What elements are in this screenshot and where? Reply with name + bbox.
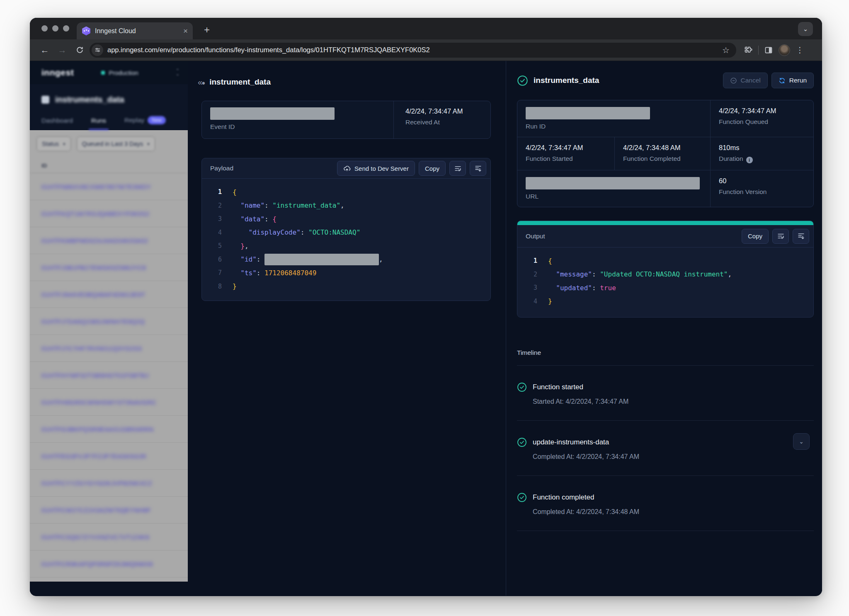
run-id-link[interactable]: 01HTFCSQG7ZYVXNZVC7VT1Z4K6	[41, 534, 149, 541]
run-id-link[interactable]: 01HTFJ7DA6Q238SJWNH7E9Q2Q	[41, 318, 145, 325]
tab-search-button[interactable]: ⌄	[798, 22, 813, 36]
run-id-link[interactable]: 01HTFJ944VE0BQ48AF4DM13E9T	[41, 291, 146, 298]
code-line: 1{	[517, 254, 813, 268]
expand-step-button[interactable]: ⌄	[793, 433, 810, 450]
minimize-window-button[interactable]	[52, 25, 58, 32]
url-text[interactable]: app.inngest.com/env/production/functions…	[107, 46, 716, 54]
tab-replay[interactable]: Replay New	[124, 116, 166, 130]
timeline-item-detail: Completed At: 4/2/2024, 7:34:47 AM	[533, 453, 814, 461]
reload-button[interactable]	[72, 43, 87, 58]
event-id-label: Event ID	[210, 123, 385, 131]
run-actions: Cancel Rerun	[723, 73, 814, 88]
run-id-link[interactable]: 01HTFJ3B1PB27EWGK5Z086JYC8	[41, 264, 146, 271]
new-tab-button[interactable]: +	[201, 24, 213, 36]
output-title: Output	[526, 233, 738, 240]
run-id-row[interactable]: 01HTFCSQG7ZYVXNZVC7VT1Z4K6	[30, 524, 188, 551]
run-id-row[interactable]: 01HTFCW27CZ2X3AZM75QEYNH8F	[30, 497, 188, 524]
back-button[interactable]: ←	[37, 43, 52, 58]
browser-tab[interactable]: Inngest Cloud ×	[77, 22, 193, 39]
extensions-icon[interactable]	[744, 46, 752, 54]
output-code[interactable]: 1{2 "message": "Updated OCTO:NASDAQ inst…	[517, 247, 813, 317]
run-id-row[interactable]: 01HTFCR9KAPQP0R6PZK3MQNMX8	[30, 551, 188, 577]
run-id-link[interactable]: 01HTFEG3FVJP7FZJP7EASKN3JR	[41, 453, 146, 460]
cancel-button[interactable]: Cancel	[723, 73, 768, 88]
output-toolbar: Output Copy	[517, 225, 813, 247]
environment-caret-icon[interactable]: ⌃⌄	[176, 69, 180, 75]
timeline-item: Function completedCompleted At: 4/2/2024…	[517, 476, 814, 531]
run-id-row[interactable]: 01HTFKMBPMD0ZAJ4AG04K03A02	[30, 227, 188, 254]
run-id-row[interactable]: 01HTFJ7C7HF7RVN011Q3YD2S3	[30, 335, 188, 362]
code-line: 8}	[202, 280, 490, 293]
run-id-link[interactable]: 01HTFCW27CZ2X3AZM75QEYNH8F	[41, 507, 151, 514]
run-id-row[interactable]: 01HTFKQT1M7RSJQABEXYF0K0S2	[30, 200, 188, 227]
run-id-row[interactable]: 01HTFEG3FVJP7FZJP7EASKN3JR	[30, 443, 188, 470]
word-wrap-button[interactable]	[449, 161, 466, 176]
chrome-menu-icon[interactable]: ⋮	[796, 45, 804, 55]
duration-value: 810ms	[719, 144, 805, 152]
run-id-link[interactable]: 01HTFN86XV8CXW87857W7E3WDY	[41, 183, 151, 190]
timeline-title: Timeline	[517, 349, 814, 357]
reload-icon	[76, 46, 84, 54]
run-id-row[interactable]: 01HTFCYYZGYGYGDKJVP82NKXCZ	[30, 470, 188, 497]
browser-toolbar: ← → app.inngest.com/env/production/funct…	[30, 39, 822, 61]
function-queued-label: Function Queued	[719, 118, 805, 126]
event-id-cell: Event ID	[202, 101, 394, 138]
run-id-row[interactable]: 01HTFJ944VE0BQ48AF4DM13E9T	[30, 281, 188, 308]
toolbar-divider	[758, 46, 759, 55]
output-success-bar	[517, 221, 813, 225]
info-icon[interactable]: i	[746, 157, 753, 163]
code-line: 3 "updated": true	[517, 281, 813, 295]
profile-avatar[interactable]	[779, 44, 790, 56]
environment-selector[interactable]: Production	[101, 69, 138, 76]
scroll-bottom-icon	[797, 232, 805, 240]
run-id-link[interactable]: 01HTFKQT1M7RSJQABEXYF0K0S2	[41, 210, 150, 217]
run-id-link[interactable]: 01HTFJ7C7HF7RVN011Q3YD2S3	[41, 345, 142, 352]
run-id-link[interactable]: 01HTFCR9KAPQP0R6PZK3MQNMX8	[41, 560, 153, 567]
run-id-link[interactable]: 01HTFCYYZGYGYGDKJVP82NKXCZ	[41, 480, 152, 487]
rerun-icon	[779, 77, 786, 84]
sidebar-topbar: inngest Production ⌃⌄	[30, 61, 188, 84]
run-details-card: Run ID 4/2/24, 7:34:47 AM Function Queue…	[517, 100, 814, 207]
run-panel: instruments_data Cancel Rerun	[506, 61, 822, 596]
inngest-logo[interactable]: inngest	[41, 68, 74, 78]
run-id-link[interactable]: 01HTFKMBPMD0ZAJ4AG04K03A02	[41, 237, 148, 244]
site-settings-icon[interactable]	[92, 44, 103, 56]
rerun-button[interactable]: Rerun	[771, 73, 814, 88]
scroll-to-bottom-button[interactable]	[470, 161, 486, 176]
run-id-label: Run ID	[526, 123, 702, 130]
payload-code[interactable]: 1{2 "name": "instrument_data",3 "data": …	[202, 179, 490, 301]
side-panel-icon[interactable]	[764, 46, 773, 54]
chevron-down-icon: ▾	[147, 141, 150, 147]
run-id-row[interactable]: 01HTFG3BKPQSR9EAAS1GBRARRN	[30, 416, 188, 443]
send-to-dev-server-button[interactable]: Send to Dev Server	[337, 161, 415, 176]
run-id-row[interactable]: 01HTFJ7DA6Q238SJWNH7E9Q2Q	[30, 308, 188, 335]
close-window-button[interactable]	[41, 25, 48, 32]
timeline-item-detail: Completed At: 4/2/2024, 7:34:48 AM	[533, 508, 814, 516]
traffic-lights[interactable]	[41, 25, 69, 32]
run-id-row[interactable]: 01HTFN86XV8CXW87857W7E3WDY	[30, 173, 188, 200]
time-range-filter[interactable]: Queued in Last 3 Days▾	[77, 136, 155, 151]
run-id-row[interactable]: 01HTFH9GR0CWNHSWYST3NAVGRC	[30, 389, 188, 416]
run-id-link[interactable]: 01HTFH9GR0CWNHSWYST3NAVGRC	[41, 399, 157, 406]
address-bar[interactable]: app.inngest.com/env/production/functions…	[90, 43, 736, 58]
run-title: instruments_data	[534, 76, 599, 85]
output-word-wrap-button[interactable]	[772, 229, 789, 244]
run-id-row[interactable]: 01HTFJ3B1PB27EWGK5Z086JYC8	[30, 254, 188, 281]
forward-button[interactable]: →	[55, 43, 70, 58]
payload-copy-button[interactable]: Copy	[419, 161, 446, 176]
word-wrap-icon	[454, 165, 462, 172]
run-id-row[interactable]: 01HTFHYWF32TSB9HGT01FSBTBJ	[30, 362, 188, 389]
status-filter[interactable]: Status▾	[36, 136, 71, 151]
step-success-icon	[517, 437, 527, 447]
redacted-value	[264, 254, 379, 265]
run-id-link[interactable]: 01HTFG3BKPQSR9EAAS1GBRARRN	[41, 426, 153, 433]
output-scroll-bottom-button[interactable]	[793, 229, 809, 244]
tab-runs[interactable]: Runs	[91, 117, 106, 130]
browser-window: Inngest Cloud × + ⌄ ← → app.inngest.com/…	[30, 18, 822, 596]
run-id-link[interactable]: 01HTFHYWF32TSB9HGT01FSBTBJ	[41, 372, 149, 379]
zoom-window-button[interactable]	[63, 25, 69, 32]
output-copy-button[interactable]: Copy	[742, 229, 769, 244]
tab-close-icon[interactable]: ×	[183, 27, 188, 35]
bookmark-star-icon[interactable]: ☆	[720, 45, 731, 55]
tab-dashboard[interactable]: Dashboard	[41, 117, 73, 130]
